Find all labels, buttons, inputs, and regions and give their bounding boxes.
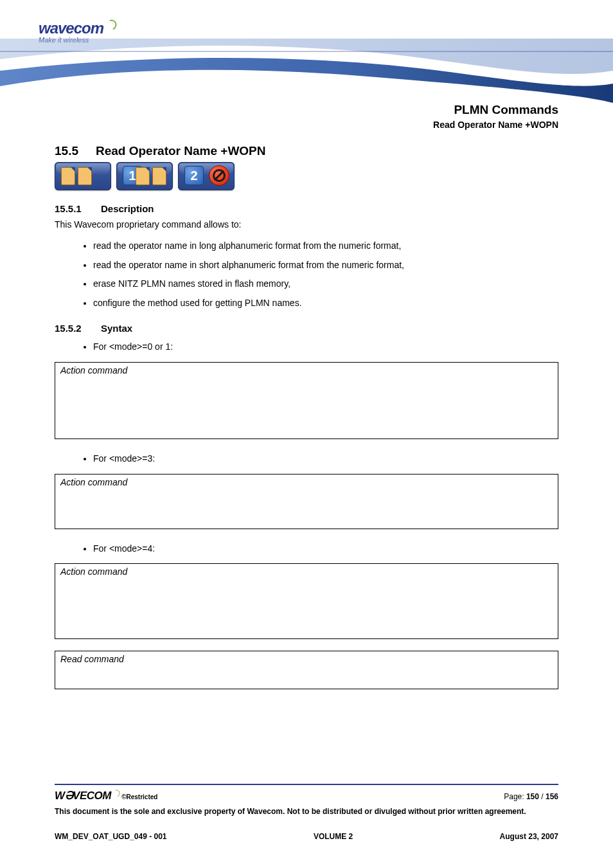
subsection-number: 15.5.2 xyxy=(55,323,101,334)
swirl-icon xyxy=(105,18,118,32)
doc-reference: WM_DEV_OAT_UGD_049 - 001 xyxy=(55,832,167,841)
capability-icons: 1 2 xyxy=(55,162,558,190)
description-intro: This Wavecom proprietary command allows … xyxy=(55,218,558,231)
syntax-condition: For <mode>=4: xyxy=(93,539,558,559)
page-label: Page: xyxy=(504,792,526,801)
action-command-box: Action command xyxy=(55,474,558,529)
footer-rule xyxy=(55,784,558,785)
description-bullets: read the operator name in long alphanume… xyxy=(93,237,558,312)
swirl-icon xyxy=(112,788,121,798)
brand-name: wavecom xyxy=(39,19,115,37)
bullet-item: read the operator name in long alphanume… xyxy=(93,237,558,256)
action-command-box: Action command xyxy=(55,362,558,439)
number-2-icon: 2 xyxy=(184,166,204,185)
syntax-list: For <mode>=3: xyxy=(93,449,558,469)
page-footer: WƏVECOM ©Restricted Page: 150 / 156 This… xyxy=(55,784,558,841)
footer-note: This document is the sole and exclusive … xyxy=(55,806,558,817)
subsection-description-title: 15.5.1Description xyxy=(55,203,558,214)
sim-icon xyxy=(61,167,75,185)
sim-icon xyxy=(136,167,150,185)
action-command-label: Action command xyxy=(60,566,553,577)
footer-bottom-row: WM_DEV_OAT_UGD_049 - 001 VOLUME 2 August… xyxy=(55,832,558,841)
prohibited-icon xyxy=(209,165,229,186)
page-sep: / xyxy=(539,792,546,801)
subsection-syntax-title: 15.5.2Syntax xyxy=(55,323,558,334)
action-command-label: Action command xyxy=(60,477,553,487)
footer-brand-block: WƏVECOM ©Restricted xyxy=(55,789,157,802)
page-header: wavecom Make it wireless xyxy=(0,0,613,109)
badge-one-sim: 1 xyxy=(116,162,173,190)
footer-brand-text: WƏVECOM xyxy=(55,790,111,802)
bullet-item: read the operator name in short alphanum… xyxy=(93,256,558,275)
section-title: 15.5Read Operator Name +WOPN xyxy=(55,144,558,158)
syntax-list: For <mode>=0 or 1: xyxy=(93,338,558,357)
subsection-title-text: Syntax xyxy=(101,323,132,334)
section-number: 15.5 xyxy=(55,144,96,158)
bullet-item: erase NITZ PLMN names stored in flash me… xyxy=(93,275,558,294)
action-command-box: Action command xyxy=(55,563,558,639)
read-command-box: Read command xyxy=(55,651,558,689)
syntax-list: For <mode>=4: xyxy=(93,539,558,559)
doc-date: August 23, 2007 xyxy=(500,832,558,841)
footer-restricted: ©Restricted xyxy=(121,793,157,800)
header-swoosh xyxy=(0,39,613,103)
subsection-number: 15.5.1 xyxy=(55,203,101,214)
sim-icon xyxy=(78,167,92,185)
page-content: PLMN Commands Read Operator Name +WOPN 1… xyxy=(0,103,613,689)
action-command-label: Action command xyxy=(60,365,553,375)
subsection-title-text: Description xyxy=(101,203,154,214)
sim-icon xyxy=(152,167,166,185)
bullet-item: configure the method used for getting PL… xyxy=(93,294,558,313)
page-total: 156 xyxy=(546,792,558,801)
syntax-condition: For <mode>=0 or 1: xyxy=(93,338,558,357)
footer-top-row: WƏVECOM ©Restricted Page: 150 / 156 xyxy=(55,789,558,802)
footer-page: Page: 150 / 156 xyxy=(504,792,558,801)
page-current: 150 xyxy=(526,792,539,801)
badge-dual-sim xyxy=(55,162,111,190)
subtitle-heading: Read Operator Name +WOPN xyxy=(55,120,558,130)
read-command-label: Read command xyxy=(60,654,553,664)
footer-brand: WƏVECOM xyxy=(55,790,121,802)
badge-two-prohibited: 2 xyxy=(178,162,235,190)
syntax-condition: For <mode>=3: xyxy=(93,449,558,469)
section-title-text: Read Operator Name +WOPN xyxy=(96,144,266,158)
brand-name-text: wavecom xyxy=(39,19,103,37)
doc-volume: VOLUME 2 xyxy=(314,832,353,841)
